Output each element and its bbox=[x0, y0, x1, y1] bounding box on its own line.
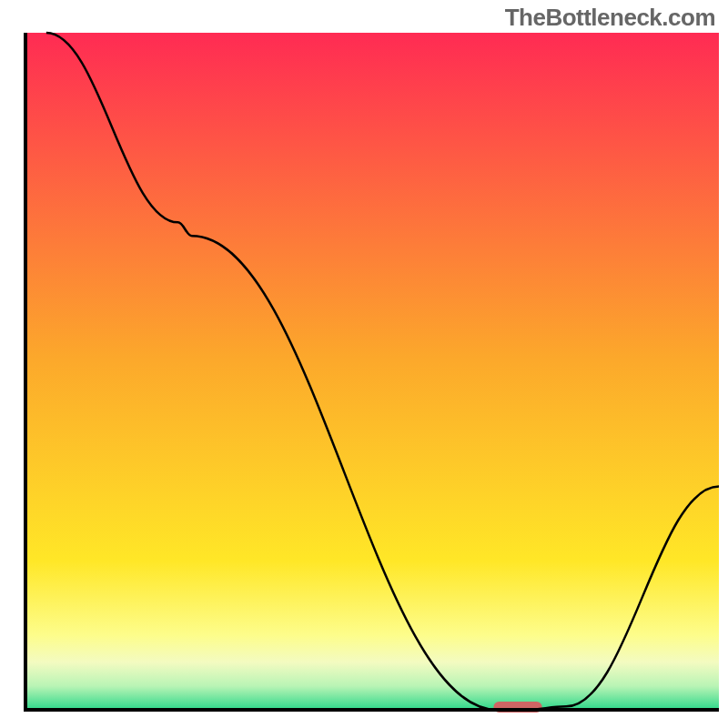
plot-background bbox=[25, 33, 719, 710]
chart-container: TheBottleneck.com bbox=[0, 0, 728, 728]
chart-svg bbox=[0, 0, 728, 728]
